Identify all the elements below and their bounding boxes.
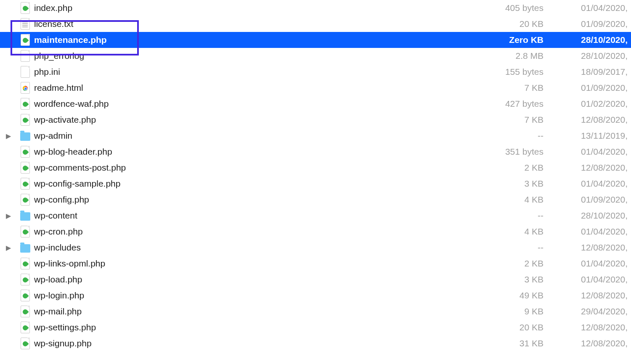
file-date: 01/09/2020,	[544, 195, 628, 205]
file-name[interactable]: index.php	[32, 3, 472, 13]
file-name[interactable]: license.txt	[32, 19, 472, 29]
file-name[interactable]: wp-mail.php	[32, 306, 472, 317]
file-row[interactable]: maintenance.phpZero KB28/10/2020,	[0, 32, 631, 48]
file-icon-slot	[19, 306, 32, 317]
text-file-icon	[21, 18, 30, 30]
file-date: 28/10/2020,	[544, 211, 628, 221]
file-row[interactable]: wp-config.php4 KB01/09/2020,	[0, 192, 631, 208]
file-icon-slot	[19, 178, 32, 190]
file-icon-slot	[19, 34, 32, 46]
file-size: 31 KB	[472, 338, 544, 348]
file-size: 2 KB	[472, 258, 544, 269]
file-size: 7 KB	[472, 115, 544, 125]
file-row[interactable]: wp-load.php3 KB01/04/2020,	[0, 272, 631, 288]
file-name[interactable]: wp-signup.php	[32, 338, 472, 348]
file-row[interactable]: wp-settings.php20 KB12/08/2020,	[0, 319, 631, 335]
file-name[interactable]: wp-comments-post.php	[32, 163, 472, 173]
file-size: 20 KB	[472, 322, 544, 332]
php-file-icon	[21, 114, 30, 126]
file-name[interactable]: wp-includes	[32, 243, 472, 253]
file-icon-slot	[19, 243, 32, 253]
file-row[interactable]: wp-config-sample.php3 KB01/04/2020,	[0, 176, 631, 192]
file-name[interactable]: php.ini	[32, 67, 472, 77]
php-file-icon	[21, 322, 30, 333]
file-name[interactable]: wp-activate.php	[32, 115, 472, 125]
file-name[interactable]: wp-admin	[32, 131, 472, 141]
file-name[interactable]: readme.html	[32, 83, 472, 93]
file-name[interactable]: wp-cron.php	[32, 227, 472, 237]
php-file-icon	[21, 98, 30, 110]
php-file-icon	[21, 162, 30, 174]
file-row[interactable]: wp-links-opml.php2 KB01/04/2020,	[0, 256, 631, 272]
file-date: 12/08/2020,	[544, 338, 628, 348]
file-row[interactable]: ▶wp-admin--13/11/2019,	[0, 128, 631, 144]
file-row[interactable]: wp-activate.php7 KB12/08/2020,	[0, 112, 631, 128]
file-size: 155 bytes	[472, 67, 544, 77]
file-row[interactable]: wp-signup.php31 KB12/08/2020,	[0, 335, 631, 351]
file-name[interactable]: wp-login.php	[32, 290, 472, 301]
php-file-icon	[21, 338, 30, 349]
php-file-icon	[21, 258, 30, 269]
file-row[interactable]: wp-cron.php4 KB01/04/2020,	[0, 224, 631, 240]
file-row[interactable]: readme.html7 KB01/09/2020,	[0, 80, 631, 96]
file-icon-slot	[19, 226, 32, 237]
file-date: 13/11/2019,	[544, 131, 628, 141]
file-size: --	[472, 131, 544, 141]
file-icon-slot	[19, 322, 32, 333]
file-size: 20 KB	[472, 19, 544, 29]
file-row[interactable]: wp-comments-post.php2 KB12/08/2020,	[0, 160, 631, 176]
disclosure-triangle-icon[interactable]: ▶	[5, 132, 12, 140]
php-file-icon	[21, 2, 30, 14]
file-name[interactable]: wp-config.php	[32, 195, 472, 205]
file-name[interactable]: wp-config-sample.php	[32, 179, 472, 189]
file-name[interactable]: wp-links-opml.php	[32, 258, 472, 269]
file-date: 28/10/2020,	[544, 51, 628, 61]
file-name[interactable]: wp-content	[32, 211, 472, 221]
file-row[interactable]: wp-login.php49 KB12/08/2020,	[0, 288, 631, 303]
file-row[interactable]: index.php405 bytes01/04/2020,	[0, 0, 631, 16]
file-row[interactable]: php_errorlog2.8 MB28/10/2020,	[0, 48, 631, 64]
file-icon-slot	[19, 338, 32, 349]
file-name[interactable]: wp-blog-header.php	[32, 147, 472, 157]
file-date: 28/10/2020,	[544, 35, 628, 45]
file-date: 29/04/2020,	[544, 306, 628, 317]
file-size: 9 KB	[472, 306, 544, 317]
php-file-icon	[21, 34, 30, 46]
file-size: 405 bytes	[472, 3, 544, 13]
file-row[interactable]: license.txt20 KB01/09/2020,	[0, 16, 631, 32]
file-row[interactable]: php.ini155 bytes18/09/2017,	[0, 64, 631, 80]
file-row[interactable]: ▶wp-content--28/10/2020,	[0, 208, 631, 224]
php-file-icon	[21, 194, 30, 206]
file-size: 4 KB	[472, 195, 544, 205]
file-date: 12/08/2020,	[544, 322, 628, 332]
file-name[interactable]: maintenance.php	[32, 35, 472, 45]
folder-icon	[20, 212, 30, 221]
file-name[interactable]: wp-settings.php	[32, 322, 472, 332]
php-file-icon	[21, 178, 30, 190]
file-row[interactable]: wordfence-waf.php427 bytes01/02/2020,	[0, 96, 631, 112]
file-name[interactable]: wordfence-waf.php	[32, 99, 472, 109]
file-icon-slot	[19, 146, 32, 158]
file-size: 2.8 MB	[472, 51, 544, 61]
php-file-icon	[21, 306, 30, 317]
file-date: 01/04/2020,	[544, 3, 628, 13]
php-file-icon	[21, 226, 30, 237]
file-list[interactable]: index.php405 bytes01/04/2020,license.txt…	[0, 0, 631, 351]
disclosure-triangle-icon[interactable]: ▶	[5, 244, 12, 252]
file-size: 49 KB	[472, 290, 544, 301]
file-row[interactable]: ▶wp-includes--12/08/2020,	[0, 240, 631, 256]
generic-file-icon	[21, 66, 30, 78]
file-size: --	[472, 243, 544, 253]
php-file-icon	[21, 146, 30, 158]
file-icon-slot	[19, 131, 32, 141]
file-icon-slot	[19, 258, 32, 269]
file-row[interactable]: wp-blog-header.php351 bytes01/04/2020,	[0, 144, 631, 160]
file-icon-slot	[19, 162, 32, 174]
file-date: 01/04/2020,	[544, 258, 628, 269]
disclosure-triangle-icon[interactable]: ▶	[5, 212, 12, 220]
file-row[interactable]: wp-mail.php9 KB29/04/2020,	[0, 303, 631, 319]
file-date: 12/08/2020,	[544, 290, 628, 301]
file-name[interactable]: wp-load.php	[32, 274, 472, 285]
file-icon-slot	[19, 66, 32, 78]
file-name[interactable]: php_errorlog	[32, 51, 472, 61]
